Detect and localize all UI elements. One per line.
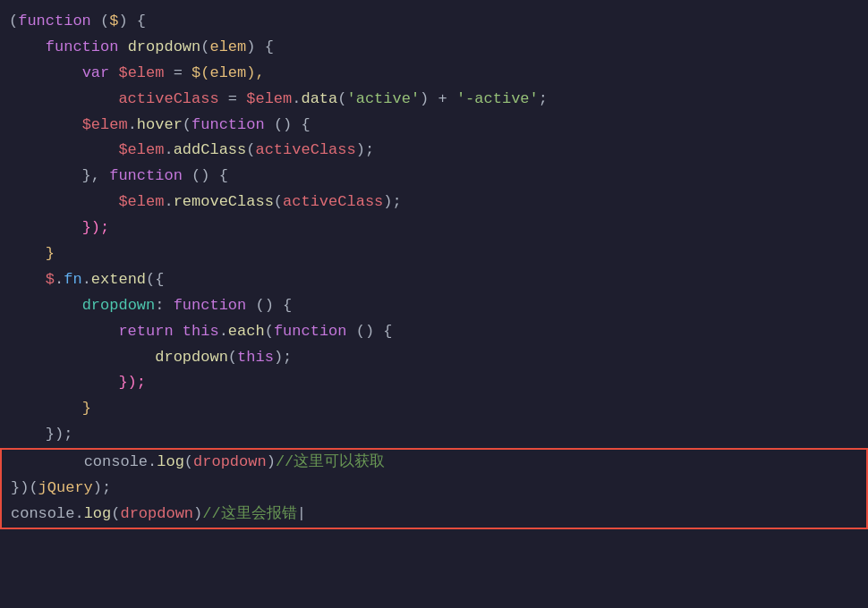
token: [9, 293, 82, 319]
token: $elem: [246, 87, 292, 113]
code-line-4: activeClass = $elem.data('active') + '-a…: [0, 87, 868, 113]
token: $elem: [82, 113, 128, 139]
token: [9, 215, 82, 241]
token: (: [246, 138, 255, 164]
token: dropdown: [120, 502, 193, 528]
token: }: [82, 396, 91, 422]
token: (: [183, 113, 191, 139]
token: );: [93, 476, 111, 502]
highlighted-line-2: })(jQuery);: [2, 476, 866, 502]
token: );: [356, 138, 374, 164]
code-line-15: });: [0, 370, 868, 396]
token: [118, 35, 127, 61]
token: elem: [209, 61, 246, 87]
code-line-16: }: [0, 396, 868, 422]
token: .: [74, 502, 83, 528]
code-line-10: }: [0, 241, 868, 267]
token: [9, 35, 46, 61]
token: console: [84, 450, 148, 476]
token: .: [128, 113, 137, 139]
token: dropdown: [155, 345, 228, 371]
code-line-6: $elem.addClass(activeClass);: [0, 138, 868, 164]
token: [11, 450, 84, 476]
token: ({: [146, 267, 164, 293]
token: ) +: [420, 87, 456, 113]
token: [9, 422, 46, 448]
token: ),: [246, 61, 264, 87]
indent-space: [9, 87, 118, 113]
token: this: [183, 319, 219, 345]
token: function: [274, 319, 347, 345]
token: ) {: [246, 35, 274, 61]
token: removeClass: [174, 190, 274, 215]
token: each: [228, 319, 265, 345]
token: extend: [91, 267, 146, 293]
token: dropdown: [82, 293, 156, 319]
token: });: [118, 370, 146, 396]
token: [9, 113, 82, 139]
token: );: [274, 345, 292, 371]
token: function: [46, 35, 119, 61]
token: function: [174, 293, 247, 319]
highlighted-line-1: console.log(dropdown)//这里可以获取: [2, 450, 866, 476]
code-line-2: function dropdown(elem) {: [0, 35, 868, 61]
highlighted-block: console.log(dropdown)//这里可以获取 })(jQuery)…: [0, 448, 868, 529]
token: //这里会报错: [202, 502, 296, 528]
token: log: [157, 450, 184, 476]
token: 'active': [346, 87, 420, 113]
token: activeClass: [283, 190, 383, 215]
token: .: [82, 267, 91, 293]
token: () {: [246, 293, 292, 319]
token: [9, 370, 118, 396]
token: .: [55, 267, 64, 293]
code-line-5: $elem.hover(function () {: [0, 113, 868, 139]
token: .: [164, 138, 173, 164]
token: [9, 241, 46, 267]
token: (: [265, 319, 274, 345]
token: $elem: [118, 138, 164, 164]
code-line-9: });: [0, 215, 868, 241]
code-line-17: });: [0, 422, 868, 448]
token: :: [155, 293, 173, 319]
token: fn: [64, 267, 81, 293]
token: [9, 319, 118, 345]
token: function: [109, 164, 183, 190]
token: $elem: [118, 190, 164, 215]
token: console: [11, 502, 74, 528]
token: (: [200, 35, 209, 61]
token: dropdown: [128, 35, 201, 61]
token: activeClass: [255, 138, 355, 164]
token: function: [18, 9, 91, 35]
token: (: [91, 9, 109, 35]
token: activeClass: [118, 87, 218, 113]
token: return: [118, 319, 173, 345]
code-line-11: $.fn.extend({: [0, 267, 868, 293]
code-line-3: var $elem = $(elem),: [0, 61, 868, 87]
token: })(: [11, 476, 38, 502]
token: .: [164, 190, 173, 215]
token: $(: [191, 61, 209, 87]
token: data: [301, 87, 337, 113]
token: (: [228, 345, 237, 371]
token: () {: [183, 164, 228, 190]
token: [9, 267, 46, 293]
token: (: [337, 87, 346, 113]
token: (: [274, 190, 283, 215]
token: ): [267, 450, 276, 476]
code-line-14: dropdown(this);: [0, 345, 868, 371]
token: hover: [137, 113, 183, 139]
token: ): [193, 502, 202, 528]
token: (: [184, 450, 193, 476]
token: ) {: [118, 9, 146, 35]
token: $: [46, 267, 55, 293]
token: var: [82, 61, 110, 87]
token: jQuery: [38, 476, 93, 502]
token: //这里可以获取: [276, 450, 385, 476]
token: });: [46, 422, 73, 448]
code-line-1: (function ($) {: [0, 9, 868, 35]
token: [174, 319, 183, 345]
token: $: [109, 9, 118, 35]
token: () {: [347, 319, 393, 345]
token: }: [46, 241, 55, 267]
token: () {: [265, 113, 311, 139]
